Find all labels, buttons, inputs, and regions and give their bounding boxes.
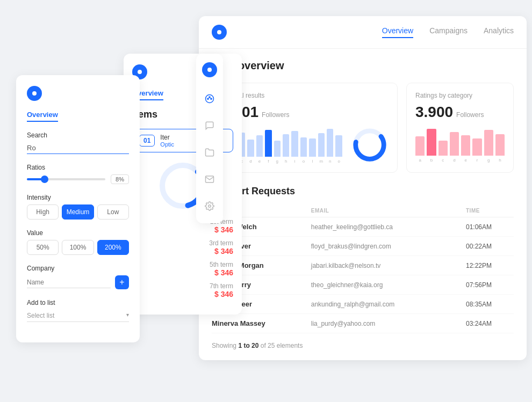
add-to-list-group: Add to list Select list ▾ (27, 299, 129, 322)
left-tab[interactable]: Overview (27, 111, 58, 122)
stats-row: General results 9.401 Followers (212, 83, 514, 173)
company-input[interactable] (27, 277, 111, 288)
bar-d (247, 140, 254, 157)
general-results-content: a b c d e f g h i o l m n (221, 126, 389, 164)
rbar-e (461, 135, 470, 156)
sidebar-main-logo (202, 62, 217, 77)
ratios-value: 8% (111, 174, 129, 184)
value-100[interactable]: 100% (62, 240, 94, 255)
chevron-down-icon: ▾ (126, 312, 129, 318)
select-wrap: Select list ▾ (27, 310, 129, 322)
intensity-group: Intensity High Medium Low (27, 194, 129, 220)
bar-g (274, 141, 281, 157)
rbar-g (484, 130, 493, 156)
table-row: Harriett Morgan jabari.kilback@nelson.tv… (212, 256, 514, 275)
add-to-list-label: Add to list (27, 299, 129, 306)
rbar-label-b: b (427, 158, 436, 163)
svg-point-3 (207, 98, 209, 99)
general-donut-svg (351, 126, 389, 164)
rbar-r (472, 138, 481, 156)
sidebar-item-settings[interactable] (201, 198, 218, 215)
list-select[interactable]: Select list (27, 310, 129, 322)
tab-campaigns[interactable]: Campaigns (429, 26, 468, 38)
company-label: Company (27, 265, 129, 272)
bar-n (327, 129, 333, 157)
main-body: Data overview General results 9.401 Foll… (199, 49, 527, 360)
sidebar-item-folder[interactable] (201, 144, 218, 161)
bar-label-e: e (256, 159, 263, 164)
support-title: Support Requests (212, 186, 514, 197)
sidebar-item-palette[interactable] (201, 90, 218, 107)
main-logo (212, 25, 227, 40)
term-1-value: $ 346 (132, 225, 233, 234)
value-200[interactable]: 200% (97, 240, 129, 255)
cell-email: theo_gleichner@kaia.org (311, 275, 466, 295)
svg-point-2 (206, 95, 214, 103)
rbar-label-e: e (461, 158, 470, 163)
term-3-label: 5th term (132, 261, 233, 268)
term-3: 5th term $ 346 (132, 261, 233, 277)
item-sublabel: Optic (160, 141, 174, 148)
chat-icon (205, 121, 214, 130)
value-50[interactable]: 50% (27, 240, 59, 255)
rbar-label-a: a (415, 158, 425, 163)
cell-time: 08:35AM (466, 295, 514, 314)
ratings-bar-labels: a b c d e r g h (415, 158, 505, 163)
col-email: EMAIL (311, 204, 466, 217)
cell-time: 03:24AM (466, 314, 514, 333)
support-table: NAME EMAIL TIME Cecilia Welch heather_ke… (212, 204, 514, 333)
search-input[interactable] (27, 142, 129, 154)
cell-email: heather_keeling@gottlieb.ca (311, 217, 466, 237)
bar-f (265, 130, 271, 157)
intensity-medium[interactable]: Medium (62, 204, 94, 220)
sidebar-item-chat[interactable] (201, 117, 218, 134)
intensity-label: Intensity (27, 194, 129, 201)
palette-icon (205, 94, 214, 104)
search-group: Search (27, 131, 129, 154)
bar-label-n: n (327, 159, 333, 164)
value-btn-group: 50% 100% 200% (27, 240, 129, 255)
bar-o1 (300, 137, 307, 157)
slider-thumb[interactable] (41, 176, 48, 183)
main-tabs: Overview Campaigns Analytics (382, 26, 514, 38)
svg-point-6 (209, 205, 211, 208)
page-title: Data overview (212, 60, 514, 72)
bar-label-h: h (283, 159, 289, 164)
rbar-label-d: d (450, 158, 459, 163)
tab-analytics[interactable]: Analytics (484, 26, 514, 38)
bar-label-d: d (247, 159, 254, 164)
ratings-bars-area: a b c d e r g h (415, 126, 505, 163)
col-time: TIME (466, 204, 514, 217)
item-label: Iter (160, 134, 174, 141)
rbar-b (427, 129, 436, 156)
bar-label-l: l (309, 159, 315, 164)
company-add-button[interactable]: + (115, 275, 129, 289)
intensity-low[interactable]: Low (97, 204, 129, 220)
sidebar-icons (196, 54, 223, 223)
table-footer: Showing 1 to 20 of 25 elements (212, 342, 514, 349)
cell-time: 00:22AM (466, 237, 514, 256)
folder-icon (205, 148, 214, 157)
table-row: Minerva Massey lia_purdy@yahoo.com 03:24… (212, 314, 514, 333)
ratings-label: Followers (456, 111, 484, 119)
ratings-title: Ratings by category (415, 92, 505, 99)
left-panel: Overview Search Ratios 8% Intensity High… (16, 75, 140, 342)
value-group: Value 50% 100% 200% (27, 229, 129, 255)
table-row: Edgar Greer ankunding_ralph@gmail.com 08… (212, 295, 514, 314)
of-text: of 25 elements (258, 342, 303, 349)
bar-h (283, 134, 289, 157)
cell-email: lia_purdy@yahoo.com (311, 314, 466, 333)
tab-overview[interactable]: Overview (382, 26, 413, 38)
bar-label-i: i (291, 159, 298, 164)
cell-email: ankunding_ralph@gmail.com (311, 295, 466, 314)
intensity-high[interactable]: High (27, 204, 59, 220)
left-logo (27, 86, 42, 101)
slider-fill (27, 178, 42, 180)
main-header: Overview Campaigns Analytics (199, 16, 527, 49)
term-4: 7th term $ 346 (132, 282, 233, 298)
table-row: Sara Glover floyd_brakus@lindgren.com 00… (212, 237, 514, 256)
slider-track[interactable] (27, 178, 105, 180)
term-2: 3rd term $ 346 (132, 239, 233, 255)
sidebar-item-mail[interactable] (201, 171, 218, 188)
ratings-card: Ratings by category 3.900 Followers (406, 83, 514, 173)
